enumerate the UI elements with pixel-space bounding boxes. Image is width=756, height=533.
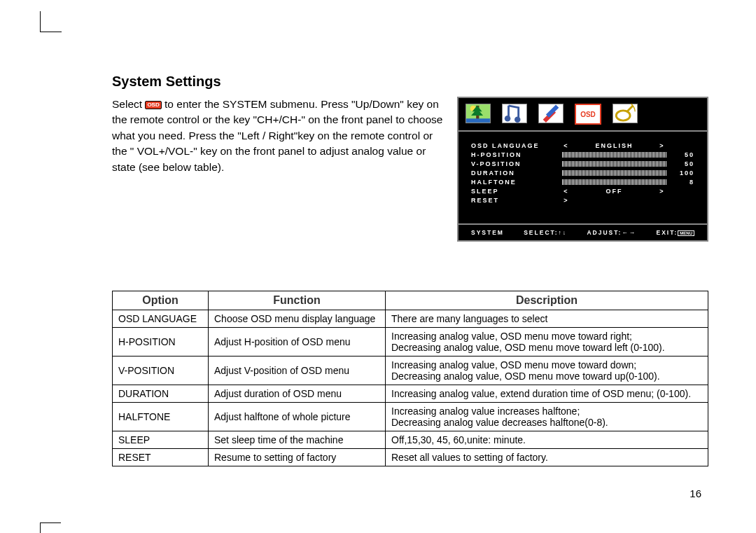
cell-option: OSD LANGUAGE: [113, 310, 209, 328]
osd-tab-icon: OSD: [575, 104, 601, 125]
osd-row-label: OSD LANGUAGE: [471, 142, 562, 149]
table-row: DURATIONAdjust duration of OSD menuIncre…: [113, 385, 708, 403]
osd-row-control: [562, 179, 666, 185]
table-row: V-POSITIONAdjust V-position of OSD menuI…: [113, 357, 708, 385]
osd-row: OSD LANGUAGE<ENGLISH>: [471, 142, 694, 149]
osd-row: V-POSITION50: [471, 160, 694, 167]
cell-description: Reset all values to setting of factory.: [386, 449, 708, 466]
osd-row-control: [562, 161, 666, 167]
cell-option: SLEEP: [113, 431, 209, 449]
satellite-icon: [612, 104, 638, 123]
intro-paragraph: Select OSD to enter the SYSTEM submenu. …: [112, 97, 448, 175]
col-option: Option: [113, 291, 209, 310]
cell-option: H-POSITION: [113, 328, 209, 357]
osd-row-label: V-POSITION: [471, 160, 562, 167]
osd-menu-footer: SYSTEM SELECT:↑↓ ADJUST:←→ EXIT:MENU: [458, 223, 707, 240]
osd-inline-badge: OSD: [145, 101, 161, 109]
osd-tab-icons: OSD: [458, 98, 707, 132]
audio-icon: [502, 104, 527, 123]
intro-text-suffix: to enter the SYSTEM submenu. Press "Up/D…: [112, 98, 442, 173]
options-table: Option Function Description OSD LANGUAGE…: [112, 291, 708, 466]
osd-row-value: 50: [666, 151, 694, 158]
cell-option: DURATION: [113, 385, 209, 403]
osd-row-control: <ENGLISH>: [562, 142, 666, 149]
osd-row: SLEEP<OFF>: [471, 188, 694, 195]
cell-function: Adjust H-position of OSD menu: [209, 328, 386, 357]
osd-row: DURATION100: [471, 169, 694, 176]
page-number: 16: [690, 487, 701, 499]
manual-page: System Settings Select OSD to enter the …: [112, 74, 708, 189]
table-row: OSD LANGUAGEChoose OSD menu display lang…: [113, 310, 708, 328]
osd-footer-select: SELECT:↑↓: [524, 229, 567, 236]
table-row: H-POSITIONAdjust H-position of OSD menuI…: [113, 328, 708, 357]
osd-row-control: >: [562, 197, 666, 204]
picture-icon: [465, 104, 491, 123]
cell-option: HALFTONE: [113, 403, 209, 431]
cell-function: Choose OSD menu display language: [209, 310, 386, 328]
tools-icon: [538, 104, 564, 123]
svg-point-4: [514, 116, 520, 122]
osd-row-value: 50: [666, 160, 694, 167]
cell-description: Increasing analog value, extend duration…: [386, 385, 708, 403]
osd-row-label: RESET: [471, 197, 562, 204]
osd-row: RESET>: [471, 197, 694, 204]
menu-chip: MENU: [678, 230, 694, 236]
cell-description: Off,15,30, 45, 60,unite: minute.: [386, 431, 708, 449]
col-description: Description: [386, 291, 708, 310]
osd-footer-system: SYSTEM: [471, 229, 504, 236]
cell-description: There are many languages to select: [386, 310, 708, 328]
page-title: System Settings: [112, 74, 708, 90]
table-row: HALFTONEAdjust halftone of whole picture…: [113, 403, 708, 431]
table-row: RESETResume to setting of factoryReset a…: [113, 449, 708, 466]
crop-mark-bottom-left: [41, 501, 62, 522]
osd-row: H-POSITION50: [471, 151, 694, 158]
svg-line-6: [627, 106, 633, 111]
osd-row-value: 8: [666, 179, 694, 186]
svg-point-3: [505, 116, 510, 121]
intro-text-prefix: Select: [112, 98, 145, 110]
col-function: Function: [209, 291, 386, 310]
cell-description: Increasing analog value, OSD menu move t…: [386, 357, 708, 385]
cell-option: V-POSITION: [113, 357, 209, 385]
osd-row-control: <OFF>: [562, 188, 666, 195]
table-row: SLEEPSet sleep time of the machineOff,15…: [113, 431, 708, 449]
osd-row-control: [562, 152, 666, 158]
cell-description: Increasing analog value increases halfto…: [386, 403, 708, 431]
osd-row-value: 100: [666, 169, 694, 176]
cell-function: Adjust halftone of whole picture: [209, 403, 386, 431]
osd-menu-body: OSD LANGUAGE<ENGLISH>H-POSITION50V-POSIT…: [458, 132, 707, 223]
cell-function: Adjust duration of OSD menu: [209, 385, 386, 403]
osd-row-label: H-POSITION: [471, 151, 562, 158]
osd-row-label: SLEEP: [471, 188, 562, 195]
svg-rect-2: [466, 118, 490, 123]
osd-row-control: [562, 170, 666, 176]
osd-row-label: DURATION: [471, 169, 562, 176]
table-header-row: Option Function Description: [113, 291, 708, 310]
cell-option: RESET: [113, 449, 209, 466]
osd-menu-screenshot: OSD OSD LANGUAGE<ENGLISH>H-POSITION50V-P…: [457, 97, 708, 242]
osd-footer-exit: EXIT:MENU: [657, 229, 694, 236]
osd-row: HALFTONE8: [471, 179, 694, 186]
cell-description: Increasing analog value, OSD menu move t…: [386, 328, 708, 357]
cell-function: Adjust V-position of OSD menu: [209, 357, 386, 385]
cell-function: Set sleep time of the machine: [209, 431, 386, 449]
crop-mark-top-left: [41, 32, 62, 53]
osd-footer-adjust: ADJUST:←→: [587, 229, 636, 236]
osd-row-label: HALFTONE: [471, 179, 562, 186]
cell-function: Resume to setting of factory: [209, 449, 386, 466]
